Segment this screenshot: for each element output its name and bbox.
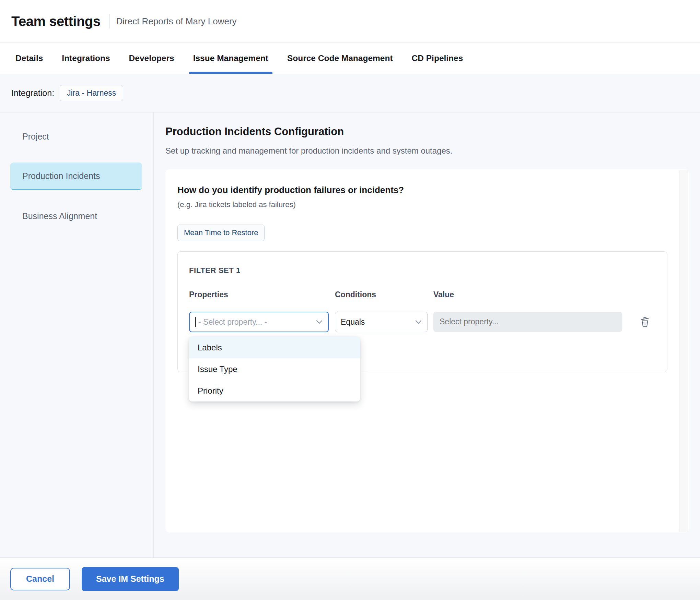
chevron-down-icon	[415, 320, 422, 324]
dropdown-option-issue-type[interactable]: Issue Type	[189, 358, 360, 380]
page-subtitle: Direct Reports of Mary Lowery	[116, 16, 237, 27]
condition-select[interactable]: Equals	[335, 312, 428, 332]
filter-set-title: FILTER SET 1	[189, 266, 241, 275]
card-scrollbar[interactable]	[679, 170, 688, 532]
tab-developers[interactable]: Developers	[129, 43, 174, 74]
cancel-button[interactable]: Cancel	[10, 568, 70, 590]
settings-tabbar: Details Integrations Developers Issue Ma…	[0, 43, 700, 74]
section-title: Production Incidents Configuration	[165, 125, 700, 138]
tab-details[interactable]: Details	[15, 43, 43, 74]
delete-filter-button[interactable]	[638, 312, 652, 332]
title-divider	[109, 14, 109, 28]
property-dropdown: Labels Issue Type Priority	[189, 337, 360, 401]
tab-source-code-management[interactable]: Source Code Management	[287, 43, 393, 74]
integration-label: Integration:	[11, 88, 54, 98]
trash-icon	[639, 316, 651, 328]
save-im-settings-button[interactable]: Save IM Settings	[82, 567, 179, 591]
dropdown-option-priority[interactable]: Priority	[189, 380, 360, 401]
mean-time-to-restore-chip[interactable]: Mean Time to Restore	[177, 225, 265, 241]
column-label-properties: Properties	[189, 290, 228, 299]
page-header: Team settings Direct Reports of Mary Low…	[0, 0, 700, 43]
question-heading: How do you identify production failures …	[177, 185, 669, 195]
tab-integrations[interactable]: Integrations	[62, 43, 110, 74]
integration-row: Integration: Jira - Harness	[0, 74, 700, 112]
main-panel: Production Incidents Configuration Set u…	[154, 112, 700, 557]
property-select-placeholder: - Select property... -	[198, 317, 313, 327]
footer-actions: Cancel Save IM Settings	[0, 557, 700, 600]
sidebar: Project Production Incidents Business Al…	[0, 112, 154, 557]
value-input[interactable]	[433, 312, 622, 332]
section-subtitle: Set up tracking and management for produ…	[165, 146, 700, 156]
incidents-config-card: How do you identify production failures …	[165, 169, 689, 532]
text-cursor	[195, 317, 196, 327]
chevron-down-icon	[316, 320, 323, 324]
team-settings-page: Team settings Direct Reports of Mary Low…	[0, 0, 700, 600]
question-hint: (e.g. Jira tickets labeled as failures)	[177, 200, 669, 209]
page-title: Team settings	[11, 14, 101, 29]
content-area: Integration: Jira - Harness Project Prod…	[0, 74, 700, 557]
column-label-conditions: Conditions	[335, 290, 376, 299]
sidebar-item-project[interactable]: Project	[10, 123, 142, 150]
filter-set-1: FILTER SET 1 Properties Conditions Value…	[177, 251, 667, 372]
tab-issue-management[interactable]: Issue Management	[193, 43, 268, 74]
integration-chip[interactable]: Jira - Harness	[60, 85, 123, 101]
body-row: Project Production Incidents Business Al…	[0, 112, 700, 557]
sidebar-item-production-incidents[interactable]: Production Incidents	[10, 163, 142, 190]
sidebar-item-business-alignment[interactable]: Business Alignment	[10, 202, 142, 230]
tab-cd-pipelines[interactable]: CD Pipelines	[412, 43, 463, 74]
dropdown-option-labels[interactable]: Labels	[189, 337, 360, 358]
column-label-value: Value	[433, 290, 454, 299]
property-select[interactable]: - Select property... -	[189, 312, 329, 332]
condition-select-value: Equals	[341, 317, 412, 327]
